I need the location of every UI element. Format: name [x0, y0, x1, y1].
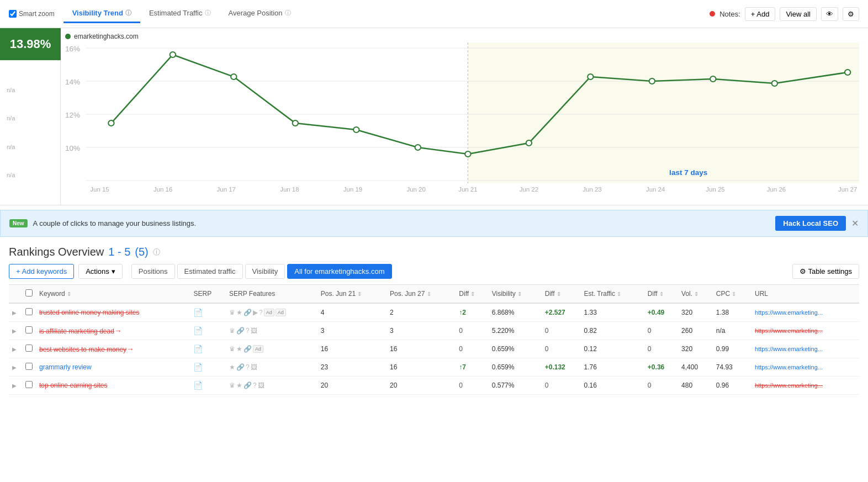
keyword-link[interactable]: is affiliate marketing dead	[39, 327, 114, 335]
checkbox-cell[interactable]	[22, 322, 36, 340]
keyword-link[interactable]: trusted online money making sites	[39, 309, 139, 316]
vol-cell: 480	[678, 377, 713, 395]
table-row: ▶ is affiliate marketing dead→ 📄 ♛🔗?🖼 3 …	[9, 322, 859, 340]
smart-zoom-toggle[interactable]: Smart zoom	[9, 10, 55, 18]
expand-icon[interactable]: ▶	[12, 364, 17, 370]
question-icon: ?	[246, 363, 250, 371]
estimated-traffic-info-icon[interactable]: ⓘ	[205, 9, 211, 17]
vis-diff-cell: +2.527	[542, 303, 581, 322]
add-keywords-button[interactable]: + Add keywords	[9, 264, 74, 279]
row-checkbox[interactable]	[25, 381, 33, 388]
chart-point-jun20	[415, 145, 421, 150]
est-traffic-cell: 0.12	[581, 340, 644, 358]
row-checkbox[interactable]	[25, 345, 33, 352]
rankings-count: (5)	[135, 246, 148, 258]
vis-diff-cell: 0	[542, 322, 581, 340]
expand-cell[interactable]: ▶	[9, 303, 22, 322]
filter-estimated-traffic[interactable]: Estimated traffic	[177, 264, 243, 279]
expand-cell[interactable]: ▶	[9, 377, 22, 395]
x-label-jun19: Jun 19	[343, 186, 362, 193]
hide-chart-button[interactable]: 👁	[821, 7, 838, 21]
new-badge: New	[9, 219, 28, 227]
row-checkbox[interactable]	[25, 308, 33, 315]
expand-icon[interactable]: ▶	[12, 310, 17, 316]
notes-label: Notes:	[719, 10, 740, 18]
keyword-link[interactable]: grammarly review	[39, 363, 92, 371]
settings-button[interactable]: ⚙	[843, 7, 859, 21]
th-cpc[interactable]: CPC ⇕	[713, 285, 751, 304]
x-label-jun20: Jun 20	[406, 186, 425, 193]
star-icon: ★	[236, 345, 242, 353]
url-cell: https://www.emarketing...	[751, 340, 859, 358]
url-link[interactable]: https://www.emarketing...	[755, 382, 843, 389]
table-row: ▶ trusted online money making sites 📄 ♛★…	[9, 303, 859, 322]
notes-dot-icon	[710, 11, 715, 17]
visibility-trend-info-icon[interactable]: ⓘ	[125, 9, 131, 17]
diff-cell: 0	[456, 340, 488, 358]
expand-icon[interactable]: ▶	[12, 383, 17, 389]
th-diff[interactable]: Diff ⇕	[456, 285, 488, 304]
th-vol[interactable]: Vol. ⇕	[678, 285, 713, 304]
checkbox-cell[interactable]	[22, 340, 36, 358]
th-pos-jun27[interactable]: Pos. Jun 27 ⇕	[387, 285, 456, 304]
select-all-checkbox[interactable]	[25, 289, 33, 296]
question-icon: ?	[246, 327, 250, 335]
th-visibility[interactable]: Visibility ⇕	[489, 285, 542, 304]
serp-doc-icon: 📄	[193, 363, 203, 372]
url-link[interactable]: https://www.emarketing...	[755, 327, 843, 334]
row-checkbox[interactable]	[25, 363, 33, 370]
average-position-info-icon[interactable]: ⓘ	[285, 9, 291, 17]
est-diff-cell: +0.36	[644, 358, 678, 377]
keyword-link[interactable]: best websites to make money	[39, 346, 126, 353]
filter-all-for-site[interactable]: All for emarketinghacks.com	[287, 264, 391, 279]
keyword-link[interactable]: top online earning sites	[39, 382, 107, 389]
cpc-cell: 74.93	[713, 358, 751, 377]
chart-point-jun15	[108, 120, 114, 126]
filter-visibility[interactable]: Visibility	[245, 264, 285, 279]
actions-button[interactable]: Actions ▾	[78, 264, 123, 279]
rankings-info-icon[interactable]: ⓘ	[153, 247, 160, 257]
tab-estimated-traffic[interactable]: Estimated Traffic ⓘ	[140, 4, 220, 23]
expand-icon[interactable]: ▶	[12, 346, 17, 352]
table-settings-button[interactable]: ⚙ Table settings	[792, 264, 860, 279]
row-checkbox[interactable]	[25, 326, 33, 333]
checkbox-cell[interactable]	[22, 358, 36, 377]
th-pos-jun21[interactable]: Pos. Jun 21 ⇕	[317, 285, 387, 304]
expand-cell[interactable]: ▶	[9, 358, 22, 377]
th-est-traffic[interactable]: Est. Traffic ⇕	[581, 285, 644, 304]
checkbox-cell[interactable]	[22, 377, 36, 395]
est-diff-cell: +0.49	[644, 303, 678, 322]
th-vis-diff[interactable]: Diff ⇕	[542, 285, 581, 304]
visibility-cell: 6.868%	[489, 303, 542, 322]
expand-cell[interactable]: ▶	[9, 340, 22, 358]
hack-local-seo-button[interactable]: Hack Local SEO	[775, 216, 846, 231]
diff-value: 0	[459, 382, 463, 389]
serp-features-cell: ♛★🔗?🖼	[226, 377, 317, 395]
filter-positions[interactable]: Positions	[131, 264, 175, 279]
url-link[interactable]: https://www.emarketing...	[755, 364, 843, 370]
close-notification-button[interactable]: ✕	[851, 218, 859, 229]
add-note-button[interactable]: + Add	[745, 7, 776, 21]
link-icon: 🔗	[244, 309, 252, 316]
th-keyword[interactable]: Keyword ⇕	[36, 285, 190, 304]
url-link[interactable]: https://www.emarketing...	[755, 346, 843, 352]
checkbox-cell[interactable]	[22, 303, 36, 322]
url-link[interactable]: https://www.emarketing...	[755, 309, 843, 316]
expand-icon[interactable]: ▶	[12, 328, 17, 334]
th-est-diff[interactable]: Diff ⇕	[644, 285, 678, 304]
expand-cell[interactable]: ▶	[9, 322, 22, 340]
est-traffic-cell: 1.76	[581, 358, 644, 377]
chart-point-jun22	[526, 140, 532, 146]
smart-zoom-checkbox[interactable]	[9, 10, 17, 18]
crown-icon: ♛	[229, 345, 235, 353]
tab-visibility-trend[interactable]: Visibility Trend ⓘ	[63, 4, 140, 23]
serp-doc-icon: 📄	[193, 381, 203, 390]
x-label-jun27: Jun 27	[838, 186, 857, 193]
serp-cell: 📄	[190, 340, 226, 358]
cpc-cell: 0.99	[713, 340, 751, 358]
tab-average-position[interactable]: Average Position ⓘ	[220, 4, 300, 23]
serp-features-cell: ♛★🔗Ad	[226, 340, 317, 358]
view-all-button[interactable]: View all	[780, 7, 817, 21]
th-checkbox[interactable]	[22, 285, 36, 304]
url-cell: https://www.emarketing...	[751, 377, 859, 395]
